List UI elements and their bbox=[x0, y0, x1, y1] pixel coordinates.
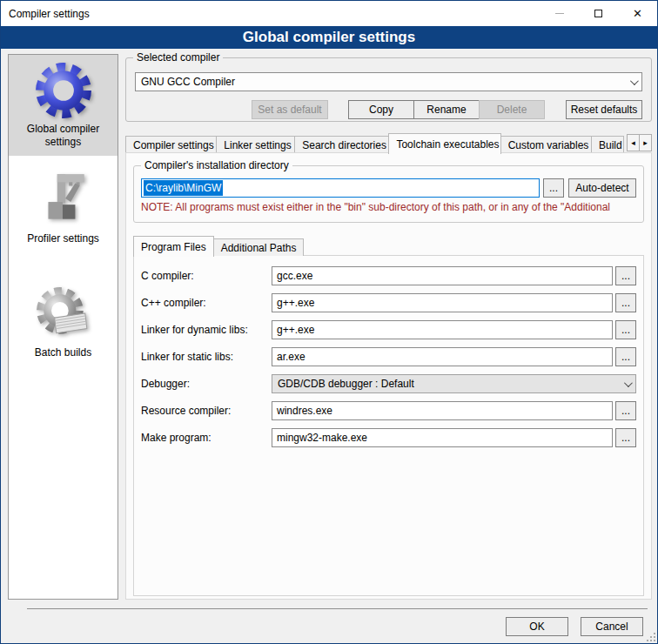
installation-directory-row: C:\raylib\MinGW ... Auto-detect bbox=[141, 178, 636, 198]
field-row-debugger: Debugger: GDB/CDB debugger : Default bbox=[141, 374, 636, 393]
set-as-default-button: Set as default bbox=[252, 100, 328, 119]
sidebar-item-batch-builds[interactable]: Batch builds bbox=[9, 278, 118, 366]
installation-directory-group: Compiler's installation directory C:\ray… bbox=[133, 165, 644, 223]
make-program-browse-button[interactable]: ... bbox=[615, 428, 636, 447]
field-value: GDB/CDB debugger : Default bbox=[278, 378, 414, 390]
settings-tabbar: Compiler settings Linker settings Search… bbox=[125, 134, 652, 153]
sidebar-item-label: Batch builds bbox=[12, 346, 114, 359]
field-label: C compiler: bbox=[141, 270, 272, 282]
close-icon: ✕ bbox=[633, 8, 642, 19]
field-value: mingw32-make.exe bbox=[277, 432, 367, 444]
field-value: g++.exe bbox=[277, 324, 314, 336]
sidebar-item-profiler-settings[interactable]: Profiler settings bbox=[9, 164, 118, 252]
field-label: Debugger: bbox=[141, 378, 272, 390]
compiler-settings-dialog: Compiler settings ✕ Global compiler sett… bbox=[0, 0, 658, 644]
window-controls: ✕ bbox=[540, 1, 657, 26]
field-row-static-linker: Linker for static libs: ar.exe ... bbox=[141, 347, 636, 366]
field-label: C++ compiler: bbox=[141, 297, 272, 309]
cpp-compiler-browse-button[interactable]: ... bbox=[615, 293, 636, 312]
field-value: gcc.exe bbox=[277, 270, 312, 282]
window-title: Compiler settings bbox=[1, 8, 90, 20]
tab-scroll-right-button[interactable]: ▸ bbox=[639, 134, 652, 151]
field-label: Linker for static libs: bbox=[141, 351, 272, 363]
tab-scroll-left-button[interactable]: ◂ bbox=[627, 134, 640, 151]
dialog-content: Global compiler settings Profiler settin… bbox=[1, 49, 657, 643]
sidebar-item-global-compiler-settings[interactable]: Global compiler settings bbox=[9, 55, 118, 156]
minimize-button[interactable] bbox=[540, 1, 579, 26]
resize-grip[interactable] bbox=[646, 632, 655, 641]
selected-compiler-group-label: Selected compiler bbox=[133, 51, 223, 64]
dialog-actions: OK Cancel bbox=[506, 617, 643, 636]
field-label: Make program: bbox=[141, 432, 272, 444]
installation-directory-value: C:\raylib\MinGW bbox=[144, 180, 223, 196]
rename-button[interactable]: Rename bbox=[413, 100, 480, 119]
settings-category-list: Global compiler settings Profiler settin… bbox=[8, 54, 118, 600]
c-compiler-browse-button[interactable]: ... bbox=[615, 266, 636, 285]
field-row-resource-compiler: Resource compiler: windres.exe ... bbox=[141, 401, 636, 420]
selected-compiler-dropdown[interactable]: GNU GCC Compiler bbox=[135, 72, 642, 91]
sidebar-item-label: Profiler settings bbox=[12, 232, 114, 245]
blue-gear-icon bbox=[12, 62, 114, 119]
chevron-down-icon bbox=[624, 379, 633, 387]
ok-button[interactable]: OK bbox=[506, 617, 568, 636]
tab-custom-variables[interactable]: Custom variables bbox=[500, 136, 592, 153]
dynamic-linker-input[interactable]: g++.exe bbox=[272, 320, 613, 339]
selected-compiler-value: GNU GCC Compiler bbox=[141, 76, 235, 88]
maximize-icon bbox=[594, 10, 602, 17]
delete-button: Delete bbox=[479, 100, 545, 119]
program-files-tabbar: Program Files Additional Paths bbox=[133, 237, 644, 256]
field-label: Resource compiler: bbox=[141, 405, 272, 417]
tab-build-options[interactable]: Build bbox=[591, 136, 624, 153]
cancel-button[interactable]: Cancel bbox=[581, 617, 643, 636]
debugger-dropdown[interactable]: GDB/CDB debugger : Default bbox=[272, 374, 636, 393]
titlebar: Compiler settings ✕ bbox=[1, 1, 657, 26]
page-title: Global compiler settings bbox=[243, 29, 415, 46]
selected-compiler-group: Selected compiler GNU GCC Compiler Set a… bbox=[125, 57, 652, 122]
copy-button[interactable]: Copy bbox=[348, 100, 414, 119]
make-program-input[interactable]: mingw32-make.exe bbox=[272, 428, 613, 447]
field-row-make-program: Make program: mingw32-make.exe ... bbox=[141, 428, 636, 447]
static-linker-browse-button[interactable]: ... bbox=[615, 347, 636, 366]
resource-compiler-browse-button[interactable]: ... bbox=[615, 401, 636, 420]
reset-defaults-button[interactable]: Reset defaults bbox=[566, 100, 642, 119]
dialog-header: Global compiler settings bbox=[1, 26, 657, 49]
installation-directory-input[interactable]: C:\raylib\MinGW bbox=[141, 178, 540, 198]
cpp-compiler-input[interactable]: g++.exe bbox=[272, 293, 613, 312]
tab-compiler-settings[interactable]: Compiler settings bbox=[125, 136, 217, 153]
tab-toolchain-executables[interactable]: Toolchain executables bbox=[388, 133, 500, 154]
program-files-page: C compiler: gcc.exe ... C++ compiler: g+… bbox=[133, 255, 644, 596]
tab-scroll-controls: ◂ ▸ bbox=[628, 134, 652, 151]
main-panel: Selected compiler GNU GCC Compiler Set a… bbox=[125, 54, 652, 600]
footer-divider bbox=[27, 608, 648, 609]
sidebar-item-label: Global compiler settings bbox=[12, 123, 114, 149]
field-row-cpp-compiler: C++ compiler: g++.exe ... bbox=[141, 293, 636, 312]
compiler-actions: Set as default Copy Rename Delete Reset … bbox=[252, 100, 642, 119]
minimize-icon bbox=[555, 13, 564, 14]
tab-program-files[interactable]: Program Files bbox=[133, 236, 214, 257]
tab-linker-settings[interactable]: Linker settings bbox=[216, 136, 295, 153]
tab-additional-paths[interactable]: Additional Paths bbox=[213, 238, 305, 256]
static-linker-input[interactable]: ar.exe bbox=[272, 347, 613, 366]
auto-detect-button[interactable]: Auto-detect bbox=[568, 178, 636, 198]
resource-compiler-input[interactable]: windres.exe bbox=[272, 401, 613, 420]
close-button[interactable]: ✕ bbox=[618, 1, 657, 26]
maximize-button[interactable] bbox=[579, 1, 618, 26]
field-row-dynamic-linker: Linker for dynamic libs: g++.exe ... bbox=[141, 320, 636, 339]
installation-directory-group-label: Compiler's installation directory bbox=[141, 159, 292, 171]
field-value: ar.exe bbox=[277, 351, 306, 363]
tab-search-directories[interactable]: Search directories bbox=[294, 136, 389, 153]
caliper-icon bbox=[12, 171, 114, 229]
field-row-c-compiler: C compiler: gcc.exe ... bbox=[141, 266, 636, 285]
installation-directory-browse-button[interactable]: ... bbox=[543, 178, 564, 198]
field-label: Linker for dynamic libs: bbox=[141, 324, 272, 336]
gray-gear-stack-icon bbox=[12, 285, 114, 343]
c-compiler-input[interactable]: gcc.exe bbox=[272, 266, 613, 285]
toolchain-executables-page: Compiler's installation directory C:\ray… bbox=[125, 152, 652, 600]
field-value: g++.exe bbox=[277, 297, 314, 309]
chevron-down-icon bbox=[630, 77, 639, 85]
field-value: windres.exe bbox=[277, 405, 332, 417]
dynamic-linker-browse-button[interactable]: ... bbox=[615, 320, 636, 339]
installation-note-text: NOTE: All programs must exist either in … bbox=[141, 201, 640, 213]
